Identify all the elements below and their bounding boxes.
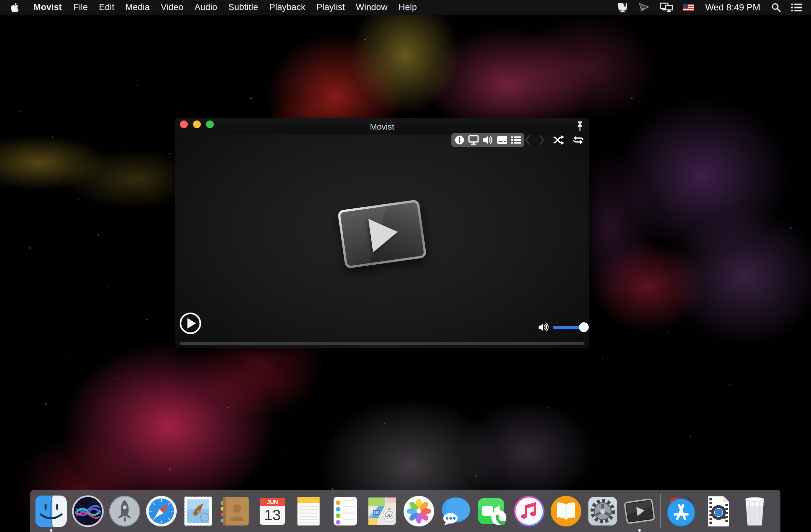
audio-speaker-icon[interactable] <box>481 134 494 146</box>
display-corner-icon[interactable] <box>617 0 628 15</box>
movist-logo <box>337 199 427 269</box>
menu-item-playback[interactable]: Playback <box>264 0 311 15</box>
reminders-icon <box>329 495 362 528</box>
dock-item-maps[interactable]: 280 3D <box>366 495 398 528</box>
system-preferences-icon <box>586 495 619 528</box>
dock-item-contacts[interactable] <box>219 495 251 528</box>
playlist-icon[interactable] <box>510 134 522 146</box>
video-display-icon[interactable] <box>467 134 480 146</box>
dock-item-messages[interactable] <box>439 495 472 528</box>
dock-item-reminders[interactable] <box>329 495 362 528</box>
dock-item-trash[interactable] <box>738 495 771 528</box>
trash-icon <box>738 495 771 528</box>
movist-logo-screen <box>340 202 424 266</box>
movist-player-window: Movist <box>175 118 589 348</box>
menu-item-window[interactable]: Window <box>351 0 393 15</box>
calendar-icon: JUN 13 <box>256 495 288 528</box>
apple-menu[interactable] <box>0 0 27 15</box>
spotlight-icon[interactable] <box>771 0 781 15</box>
notes-icon <box>292 495 325 528</box>
menu-item-media[interactable]: Media <box>120 0 155 15</box>
mail-icon <box>182 495 214 528</box>
dock-item-siri[interactable] <box>72 495 104 528</box>
window-titlebar[interactable]: Movist <box>175 118 589 135</box>
dock-item-app-store[interactable] <box>665 495 698 528</box>
volume-control <box>538 322 584 332</box>
display-mirroring-icon[interactable] <box>660 0 673 15</box>
movist-dock-icon <box>623 495 656 528</box>
next-icon[interactable] <box>539 135 545 145</box>
pin-icon[interactable] <box>576 121 584 133</box>
launchpad-icon <box>108 495 141 528</box>
menu-bar: Movist File Edit Media Video Audio Subti… <box>0 0 811 15</box>
play-icon <box>187 318 196 329</box>
apple-logo-icon <box>11 3 19 12</box>
quicktime-document-icon <box>702 495 734 528</box>
messages-icon <box>439 495 472 528</box>
menu-item-playlist[interactable]: Playlist <box>311 0 350 15</box>
svg-text:3D: 3D <box>387 513 392 518</box>
dock-item-ibooks[interactable] <box>550 495 582 528</box>
movist-running-indicator <box>638 529 641 532</box>
menu-item-audio[interactable]: Audio <box>189 0 223 15</box>
svg-text:280: 280 <box>373 511 380 514</box>
media-info-icon[interactable] <box>453 134 466 146</box>
menu-item-video[interactable]: Video <box>155 0 189 15</box>
safari-icon <box>145 495 178 528</box>
movist-logo-play-icon <box>368 215 400 252</box>
menu-item-file[interactable]: File <box>68 0 93 15</box>
volume-speaker-icon[interactable] <box>538 322 549 332</box>
dock-item-itunes[interactable] <box>513 495 546 528</box>
dock-item-mail[interactable] <box>182 495 214 528</box>
contacts-icon <box>219 495 251 528</box>
svg-text:13: 13 <box>264 506 280 523</box>
subtitle-icon[interactable] <box>496 134 508 146</box>
menu-item-movist[interactable]: Movist <box>27 0 68 15</box>
dock-item-launchpad[interactable] <box>108 495 141 528</box>
siri-icon <box>72 495 104 528</box>
window-toolbar <box>452 133 524 147</box>
maps-icon: 280 3D <box>366 495 398 528</box>
facetime-icon <box>476 495 509 528</box>
photos-icon <box>402 495 435 528</box>
previous-icon[interactable] <box>524 135 531 145</box>
volume-slider-knob[interactable] <box>579 322 589 332</box>
seek-bar[interactable] <box>180 342 584 345</box>
projector-icon[interactable] <box>638 0 650 15</box>
dock-item-safari[interactable] <box>145 495 178 528</box>
itunes-icon <box>513 495 546 528</box>
desktop: Movist File Edit Media Video Audio Subti… <box>0 0 811 532</box>
menu-bar-clock[interactable]: Wed 8:49 PM <box>704 2 762 13</box>
finder-running-indicator <box>50 529 52 532</box>
dock-item-photos[interactable] <box>402 495 435 528</box>
dock: JUN 13 <box>30 490 780 532</box>
svg-text:JUN: JUN <box>267 499 278 505</box>
dock-item-system-preferences[interactable] <box>586 495 619 528</box>
dock-item-finder[interactable] <box>35 495 67 528</box>
app-store-icon <box>665 495 698 528</box>
volume-slider[interactable] <box>553 326 584 329</box>
notification-center-icon[interactable] <box>791 0 802 15</box>
dock-item-notes[interactable] <box>292 495 325 528</box>
menu-item-subtitle[interactable]: Subtitle <box>223 0 264 15</box>
dock-item-facetime[interactable] <box>476 495 509 528</box>
dock-separator <box>660 494 661 528</box>
window-title: Movist <box>175 118 589 135</box>
dock-item-calendar[interactable]: JUN 13 <box>256 495 288 528</box>
menu-item-edit[interactable]: Edit <box>93 0 120 15</box>
play-button[interactable] <box>180 313 201 334</box>
ibooks-icon <box>550 495 582 528</box>
shuffle-icon[interactable] <box>553 135 565 145</box>
menu-item-help[interactable]: Help <box>393 0 423 15</box>
dock-item-movist[interactable] <box>623 495 656 528</box>
dock-item-quicktime-document[interactable] <box>702 495 734 528</box>
movist-logo-frame <box>337 199 427 269</box>
transport-controls <box>524 133 584 147</box>
repeat-icon[interactable] <box>572 135 584 145</box>
finder-icon <box>35 495 67 528</box>
input-source-flag-icon[interactable] <box>683 4 694 11</box>
